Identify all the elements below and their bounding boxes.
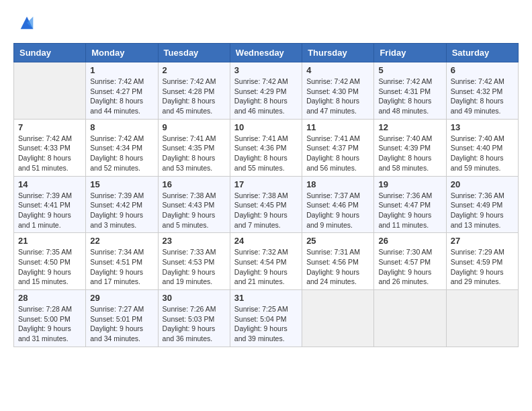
sunrise-text: Sunrise: 7:41 AM: [234, 134, 288, 142]
sunrise-text: Sunrise: 7:42 AM: [90, 77, 144, 85]
sunset-text: Sunset: 4:28 PM: [163, 87, 215, 95]
cell-content: Sunrise: 7:40 AM Sunset: 4:40 PM Dayligh…: [451, 134, 514, 173]
sunrise-text: Sunrise: 7:36 AM: [378, 191, 432, 199]
day-number: 20: [451, 179, 514, 189]
sunset-text: Sunset: 5:03 PM: [163, 315, 215, 323]
sunset-text: Sunset: 4:29 PM: [234, 87, 287, 95]
sunrise-text: Sunrise: 7:32 AM: [234, 248, 288, 256]
cell-content: Sunrise: 7:30 AM Sunset: 4:57 PM Dayligh…: [378, 247, 441, 287]
sunrise-text: Sunrise: 7:42 AM: [306, 77, 360, 85]
sunset-text: Sunset: 4:39 PM: [378, 144, 431, 152]
sunset-text: Sunset: 4:31 PM: [378, 87, 431, 95]
sunrise-text: Sunrise: 7:31 AM: [306, 248, 360, 256]
sunset-text: Sunset: 4:36 PM: [234, 144, 287, 152]
calendar-cell: 21 Sunrise: 7:35 AM Sunset: 4:50 PM Dayl…: [14, 233, 86, 290]
daylight-text: Daylight: 8 hours and 48 minutes.: [378, 97, 431, 115]
daylight-text: Daylight: 9 hours and 15 minutes.: [18, 268, 71, 286]
calendar-cell: 18 Sunrise: 7:37 AM Sunset: 4:46 PM Dayl…: [302, 176, 374, 233]
cell-content: Sunrise: 7:42 AM Sunset: 4:30 PM Dayligh…: [306, 77, 369, 116]
daylight-text: Daylight: 8 hours and 58 minutes.: [378, 154, 431, 172]
calendar-cell: [374, 290, 446, 347]
sunset-text: Sunset: 4:53 PM: [163, 258, 215, 266]
cell-content: Sunrise: 7:42 AM Sunset: 4:34 PM Dayligh…: [90, 134, 153, 173]
logo-icon: [17, 13, 36, 32]
daylight-text: Daylight: 9 hours and 36 minutes.: [163, 324, 216, 342]
sunrise-text: Sunrise: 7:41 AM: [306, 134, 360, 142]
sunrise-text: Sunrise: 7:42 AM: [234, 77, 288, 85]
sunset-text: Sunset: 4:35 PM: [163, 144, 215, 152]
day-header-friday: Friday: [374, 44, 446, 62]
day-number: 11: [306, 122, 369, 132]
day-number: 6: [451, 65, 514, 75]
sunrise-text: Sunrise: 7:42 AM: [163, 77, 216, 85]
day-number: 5: [378, 65, 441, 75]
cell-content: Sunrise: 7:42 AM Sunset: 4:31 PM Dayligh…: [378, 77, 441, 116]
sunrise-text: Sunrise: 7:33 AM: [163, 248, 216, 256]
calendar-cell: 11 Sunrise: 7:41 AM Sunset: 4:37 PM Dayl…: [302, 119, 374, 176]
sunset-text: Sunset: 4:45 PM: [234, 201, 287, 209]
daylight-text: Daylight: 9 hours and 39 minutes.: [234, 324, 287, 342]
daylight-text: Daylight: 8 hours and 56 minutes.: [306, 154, 359, 172]
sunrise-text: Sunrise: 7:35 AM: [18, 248, 72, 256]
sunset-text: Sunset: 5:04 PM: [234, 315, 287, 323]
sunset-text: Sunset: 5:00 PM: [18, 315, 71, 323]
calendar-cell: 31 Sunrise: 7:25 AM Sunset: 5:04 PM Dayl…: [230, 290, 302, 347]
calendar-cell: 14 Sunrise: 7:39 AM Sunset: 4:41 PM Dayl…: [14, 176, 86, 233]
day-number: 7: [18, 122, 81, 132]
day-number: 10: [234, 122, 298, 132]
cell-content: Sunrise: 7:26 AM Sunset: 5:03 PM Dayligh…: [163, 304, 226, 344]
day-number: 12: [378, 122, 441, 132]
calendar-cell: 24 Sunrise: 7:32 AM Sunset: 4:54 PM Dayl…: [230, 233, 302, 290]
calendar-cell: 19 Sunrise: 7:36 AM Sunset: 4:47 PM Dayl…: [374, 176, 446, 233]
daylight-text: Daylight: 8 hours and 59 minutes.: [451, 154, 504, 172]
calendar-cell: 5 Sunrise: 7:42 AM Sunset: 4:31 PM Dayli…: [374, 62, 446, 120]
daylight-text: Daylight: 8 hours and 45 minutes.: [163, 97, 216, 115]
sunrise-text: Sunrise: 7:39 AM: [90, 191, 144, 199]
day-number: 8: [90, 122, 153, 132]
calendar-cell: 22 Sunrise: 7:34 AM Sunset: 4:51 PM Dayl…: [86, 233, 158, 290]
sunrise-text: Sunrise: 7:42 AM: [18, 134, 72, 142]
calendar-cell: [14, 62, 86, 120]
sunrise-text: Sunrise: 7:34 AM: [90, 248, 144, 256]
cell-content: Sunrise: 7:34 AM Sunset: 4:51 PM Dayligh…: [90, 247, 153, 287]
sunrise-text: Sunrise: 7:26 AM: [163, 305, 216, 313]
calendar-cell: 25 Sunrise: 7:31 AM Sunset: 4:56 PM Dayl…: [302, 233, 374, 290]
calendar-cell: 12 Sunrise: 7:40 AM Sunset: 4:39 PM Dayl…: [374, 119, 446, 176]
daylight-text: Daylight: 8 hours and 51 minutes.: [18, 154, 71, 172]
day-number: 28: [18, 293, 81, 303]
daylight-text: Daylight: 9 hours and 26 minutes.: [378, 268, 431, 286]
daylight-text: Daylight: 9 hours and 21 minutes.: [234, 268, 287, 286]
calendar-cell: 26 Sunrise: 7:30 AM Sunset: 4:57 PM Dayl…: [374, 233, 446, 290]
day-header-saturday: Saturday: [446, 44, 518, 62]
cell-content: Sunrise: 7:42 AM Sunset: 4:33 PM Dayligh…: [18, 134, 81, 173]
day-number: 26: [378, 236, 441, 246]
sunrise-text: Sunrise: 7:30 AM: [378, 248, 432, 256]
sunset-text: Sunset: 4:42 PM: [90, 201, 142, 209]
cell-content: Sunrise: 7:29 AM Sunset: 4:59 PM Dayligh…: [451, 247, 514, 287]
day-header-wednesday: Wednesday: [230, 44, 302, 62]
sunset-text: Sunset: 4:32 PM: [451, 87, 503, 95]
daylight-text: Daylight: 8 hours and 44 minutes.: [90, 97, 143, 115]
calendar-header: SundayMondayTuesdayWednesdayThursdayFrid…: [14, 44, 519, 62]
daylight-text: Daylight: 9 hours and 3 minutes.: [90, 211, 143, 229]
daylight-text: Daylight: 9 hours and 11 minutes.: [378, 211, 431, 229]
calendar-cell: 6 Sunrise: 7:42 AM Sunset: 4:32 PM Dayli…: [446, 62, 518, 120]
daylight-text: Daylight: 9 hours and 17 minutes.: [90, 268, 143, 286]
sunset-text: Sunset: 4:33 PM: [18, 144, 71, 152]
cell-content: Sunrise: 7:41 AM Sunset: 4:35 PM Dayligh…: [163, 134, 226, 173]
daylight-text: Daylight: 8 hours and 53 minutes.: [163, 154, 216, 172]
daylight-text: Daylight: 8 hours and 55 minutes.: [234, 154, 287, 172]
day-number: 31: [234, 293, 298, 303]
cell-content: Sunrise: 7:42 AM Sunset: 4:27 PM Dayligh…: [90, 77, 153, 116]
day-number: 17: [234, 179, 298, 189]
daylight-text: Daylight: 9 hours and 9 minutes.: [306, 211, 359, 229]
sunrise-text: Sunrise: 7:38 AM: [163, 191, 216, 199]
day-number: 19: [378, 179, 441, 189]
logo: [13, 13, 36, 32]
sunrise-text: Sunrise: 7:42 AM: [451, 77, 504, 85]
day-number: 24: [234, 236, 298, 246]
sunset-text: Sunset: 4:59 PM: [451, 258, 503, 266]
daylight-text: Daylight: 9 hours and 24 minutes.: [306, 268, 359, 286]
sunset-text: Sunset: 4:46 PM: [306, 201, 359, 209]
sunset-text: Sunset: 4:50 PM: [18, 258, 71, 266]
